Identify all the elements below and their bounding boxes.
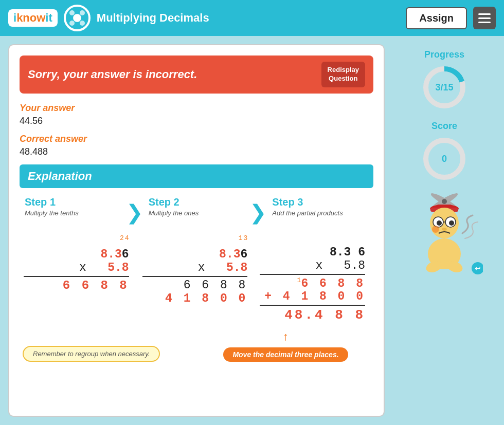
svg-point-2 bbox=[80, 10, 85, 15]
correct-answer-value: 48.488 bbox=[20, 146, 373, 157]
svg-point-4 bbox=[80, 21, 85, 26]
incorrect-banner: Sorry, your answer is incorrect. Redispl… bbox=[20, 56, 373, 94]
step-2-desc: Multiply the ones bbox=[149, 209, 245, 218]
progress-label: Progress bbox=[393, 49, 496, 60]
hamburger-line bbox=[478, 17, 491, 19]
header: iknowit Multiplying Decimals Assign bbox=[0, 0, 504, 36]
svg-point-1 bbox=[69, 10, 75, 15]
step-1: Step 1 Multiply the tenths bbox=[20, 196, 126, 218]
svg-point-21 bbox=[442, 228, 447, 231]
step-3-math: 8.3 6 x 5.8 16 6 8 8 + 4 1 8 0 0 48.4 8 … bbox=[256, 234, 373, 323]
content-panel: Sorry, your answer is incorrect. Redispl… bbox=[8, 44, 385, 417]
right-panel: Progress 3/15 Score 0 bbox=[393, 44, 496, 417]
svg-point-18 bbox=[437, 220, 442, 226]
assign-button[interactable]: Assign bbox=[406, 7, 467, 29]
your-answer-value: 44.56 bbox=[20, 116, 373, 126]
step-1-math: 24 8.36 x 5.8 6 6 8 8 bbox=[20, 234, 137, 293]
progress-value: 3/15 bbox=[435, 82, 453, 93]
your-answer-label: Your answer bbox=[20, 103, 373, 114]
svg-point-0 bbox=[73, 14, 81, 22]
decimal-note-col: ↑ Move the decimal three places. bbox=[198, 330, 373, 362]
score-circle: 0 bbox=[421, 136, 467, 182]
main-content: Sorry, your answer is incorrect. Redispl… bbox=[0, 36, 504, 425]
menu-button[interactable] bbox=[473, 7, 496, 29]
progress-circle: 3/15 bbox=[421, 64, 467, 110]
hamburger-line bbox=[478, 13, 491, 15]
step-3-desc: Add the partial products bbox=[272, 209, 368, 218]
arrow-1: ❯ bbox=[126, 198, 143, 224]
decimal-note: Move the decimal three places. bbox=[223, 347, 348, 362]
step-1-title: Step 1 bbox=[25, 196, 121, 208]
correct-answer-label: Correct answer bbox=[20, 134, 373, 144]
steps-row: Step 1 Multiply the tenths ❯ Step 2 Mult… bbox=[20, 196, 373, 224]
step-2-math: 13 8.36 x 5.8 6 6 8 8 4 1 8 0 0 bbox=[138, 234, 256, 306]
up-arrow-icon: ↑ bbox=[198, 330, 373, 343]
svg-point-22 bbox=[432, 226, 439, 233]
svg-point-3 bbox=[69, 21, 75, 26]
logo-icon bbox=[64, 5, 91, 31]
progress-section: Progress 3/15 bbox=[393, 49, 496, 110]
incorrect-message: Sorry, your answer is incorrect. bbox=[28, 68, 197, 81]
step-1-desc: Multiply the tenths bbox=[25, 209, 121, 218]
score-section: Score 0 bbox=[393, 121, 496, 182]
step-3: Step 3 Add the partial products bbox=[267, 196, 373, 218]
math-sections: 24 8.36 x 5.8 6 6 8 8 13 8.36 bbox=[20, 234, 373, 323]
mascot: ↩ bbox=[406, 192, 483, 274]
remember-note: Remember to regroup when necessary. bbox=[23, 346, 160, 362]
score-value: 0 bbox=[442, 154, 447, 164]
score-label: Score bbox=[393, 121, 496, 132]
hamburger-line bbox=[478, 22, 491, 23]
remember-note-col: Remember to regroup when necessary. bbox=[20, 342, 198, 362]
step-2: Step 2 Multiply the ones bbox=[143, 196, 250, 218]
arrow-2: ❯ bbox=[249, 198, 267, 224]
page-title: Multiplying Decimals bbox=[97, 11, 400, 25]
svg-point-19 bbox=[449, 220, 454, 226]
logo: iknowit bbox=[8, 9, 58, 27]
mascot-svg: ↩ bbox=[406, 192, 483, 274]
svg-text:↩: ↩ bbox=[475, 264, 481, 272]
notes-row: Remember to regroup when necessary. ↑ Mo… bbox=[20, 330, 373, 362]
step-3-title: Step 3 bbox=[272, 196, 368, 208]
explanation-header: Explanation bbox=[20, 164, 373, 188]
redisplay-button[interactable]: RedisplayQuestion bbox=[321, 62, 365, 87]
svg-point-11 bbox=[442, 199, 447, 204]
step-2-title: Step 2 bbox=[149, 196, 245, 208]
